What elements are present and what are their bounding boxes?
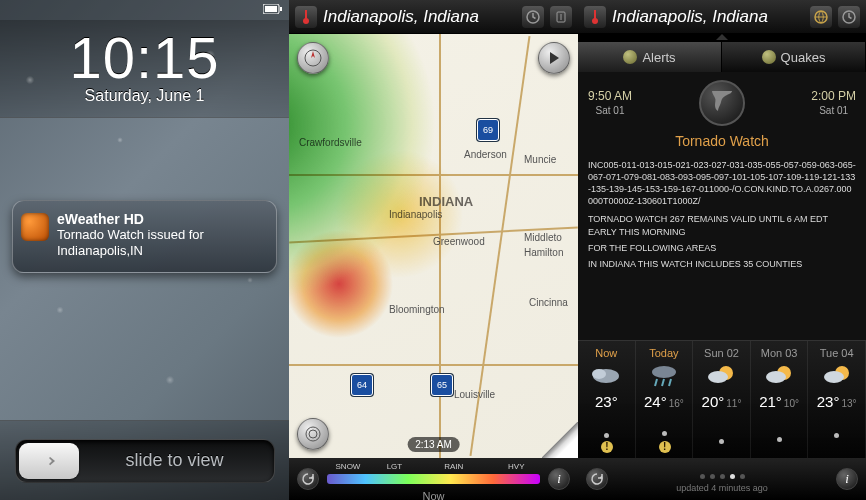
tab-pointer — [578, 34, 866, 42]
legend-label: SNOW — [336, 462, 361, 471]
tab-label: Quakes — [781, 50, 826, 65]
quake-dot-icon — [762, 50, 776, 64]
barometer-icon[interactable] — [550, 6, 572, 28]
now-tab[interactable]: Now — [422, 490, 444, 500]
status-bar — [0, 0, 289, 20]
notification-card[interactable]: eWeather HD Tornado Watch issued for Ind… — [12, 200, 277, 273]
svg-point-9 — [306, 427, 320, 441]
radar-map[interactable]: INDIANA Indianapolis Anderson Muncie Gre… — [289, 34, 578, 458]
radar-legend: SNOW LGT RAIN HVY — [327, 474, 540, 484]
alert-text: TORNADO WATCH 267 REMAINS VALID UNTIL 6 … — [588, 213, 856, 237]
tornado-icon — [699, 80, 745, 126]
top-bar: Indianapolis, Indiana — [289, 0, 578, 34]
alert-dot-icon — [623, 50, 637, 64]
updated-label: updated 4 minutes ago — [616, 483, 828, 493]
legend-label: HVY — [508, 462, 524, 471]
svg-point-10 — [309, 430, 317, 438]
globe-icon[interactable] — [810, 6, 832, 28]
alert-start: 9:50 AMSat 01 — [588, 88, 632, 118]
legend-label: LGT — [387, 462, 403, 471]
tab-quakes[interactable]: Quakes — [722, 42, 866, 72]
svg-point-12 — [592, 18, 598, 24]
svg-line-18 — [655, 379, 657, 386]
weather-icon — [588, 363, 624, 389]
weather-icon — [703, 363, 739, 389]
svg-rect-2 — [280, 7, 282, 11]
svg-line-20 — [669, 379, 671, 386]
info-button[interactable]: i — [548, 468, 570, 490]
thermometer-icon[interactable] — [584, 6, 606, 28]
svg-rect-1 — [265, 6, 277, 12]
info-button[interactable]: i — [836, 468, 858, 490]
details-screen: Indianapolis, Indiana Alerts Quakes 9:50… — [578, 0, 866, 500]
slide-label: slide to view — [79, 450, 271, 471]
location-title: Indianapolis, Indiana — [612, 7, 804, 27]
refresh-button[interactable] — [586, 468, 608, 490]
day-temp: 24°16° — [636, 393, 693, 410]
alert-badge-icon: ! — [601, 441, 613, 453]
tab-label: Alerts — [642, 50, 675, 65]
svg-line-19 — [662, 379, 664, 386]
lock-time: 10:15 — [0, 24, 289, 91]
weather-icon — [646, 363, 682, 389]
page-curl[interactable] — [542, 422, 578, 458]
alert-body[interactable]: 9:50 AMSat 01 2:00 PMSat 01 Tornado Watc… — [578, 72, 866, 312]
slide-knob[interactable] — [19, 443, 79, 479]
alert-text: FOR THE FOLLOWING AREAS — [588, 242, 856, 254]
alert-codes: INC005-011-013-015-021-023-027-031-035-0… — [588, 159, 856, 208]
svg-point-16 — [592, 369, 606, 379]
bottom-bar: updated 4 minutes ago i — [578, 458, 866, 500]
notification-body: Tornado Watch issued for Indianapolis,IN — [57, 227, 264, 260]
day-label: Tue 04 — [808, 347, 865, 359]
alert-title: Tornado Watch — [588, 132, 856, 151]
day-label: Mon 03 — [751, 347, 808, 359]
day-temp: 23°13° — [808, 393, 865, 410]
clock-icon[interactable] — [522, 6, 544, 28]
location-title: Indianapolis, Indiana — [323, 7, 516, 27]
legend-label: RAIN — [444, 462, 463, 471]
clock-icon[interactable] — [838, 6, 860, 28]
lock-screen: 10:15 Saturday, June 1 eWeather HD Torna… — [0, 0, 289, 500]
slide-track[interactable]: slide to view — [15, 439, 275, 483]
radar-screen: Indianapolis, Indiana INDIANA Indianapol… — [289, 0, 578, 500]
notification-title: eWeather HD — [57, 211, 264, 227]
svg-point-22 — [708, 371, 728, 383]
forecast-row[interactable]: Now 23° Today 24°16° Sun 02 20°11° Mon 0… — [578, 340, 866, 458]
temp-sparkline: ! ! — [578, 426, 866, 452]
svg-point-17 — [652, 366, 676, 378]
svg-point-4 — [303, 18, 309, 24]
clock-block: 10:15 Saturday, June 1 — [0, 20, 289, 118]
svg-point-26 — [824, 371, 844, 383]
alert-badge-icon: ! — [659, 441, 671, 453]
slide-bar: slide to view — [0, 420, 289, 500]
arrow-right-icon — [40, 452, 58, 470]
battery-icon — [263, 4, 283, 16]
alert-header: 9:50 AMSat 01 2:00 PMSat 01 — [588, 80, 856, 126]
day-temp: 20°11° — [693, 393, 750, 410]
thermometer-icon[interactable] — [295, 6, 317, 28]
frame-time: 2:13 AM — [407, 437, 460, 452]
page-indicator — [700, 474, 745, 479]
day-temp: 23° — [578, 393, 635, 410]
layers-button[interactable] — [297, 418, 329, 450]
day-label: Today — [636, 347, 693, 359]
alert-end: 2:00 PMSat 01 — [811, 88, 856, 118]
lock-date: Saturday, June 1 — [0, 87, 289, 105]
weather-icon — [761, 363, 797, 389]
tab-alerts[interactable]: Alerts — [578, 42, 722, 72]
radar-overlay — [289, 34, 578, 458]
compass-button[interactable] — [297, 42, 329, 74]
refresh-button[interactable] — [297, 468, 319, 490]
day-temp: 21°10° — [751, 393, 808, 410]
day-label: Now — [578, 347, 635, 359]
tab-bar: Alerts Quakes — [578, 42, 866, 72]
svg-point-24 — [766, 371, 786, 383]
weather-icon — [819, 363, 855, 389]
play-button[interactable] — [538, 42, 570, 74]
svg-rect-11 — [594, 10, 596, 19]
svg-rect-3 — [305, 10, 307, 19]
app-icon — [21, 213, 49, 241]
day-label: Sun 02 — [693, 347, 750, 359]
alert-text: IN INDIANA THIS WATCH INCLUDES 35 COUNTI… — [588, 258, 856, 270]
